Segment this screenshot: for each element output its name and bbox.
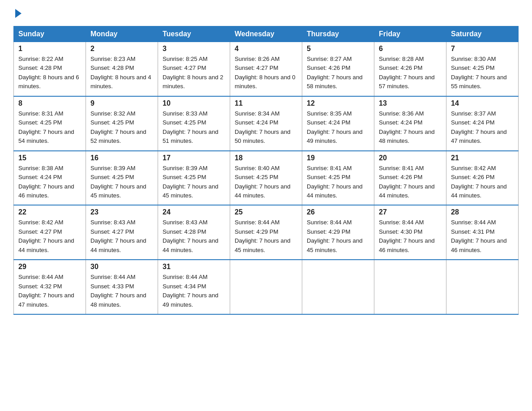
- day-cell: 7 Sunrise: 8:30 AMSunset: 4:25 PMDayligh…: [446, 42, 519, 96]
- day-cell: 26 Sunrise: 8:44 AMSunset: 4:29 PMDaylig…: [302, 205, 374, 260]
- day-cell: 25 Sunrise: 8:44 AMSunset: 4:29 PMDaylig…: [230, 205, 302, 260]
- day-info: Sunrise: 8:44 AMSunset: 4:30 PMDaylight:…: [379, 218, 442, 255]
- day-number: 23: [90, 208, 153, 216]
- day-info: Sunrise: 8:44 AMSunset: 4:33 PMDaylight:…: [90, 273, 153, 309]
- day-number: 16: [90, 154, 153, 162]
- day-cell: 14 Sunrise: 8:37 AMSunset: 4:24 PMDaylig…: [446, 96, 519, 151]
- day-cell: 6 Sunrise: 8:28 AMSunset: 4:26 PMDayligh…: [374, 42, 446, 96]
- day-info: Sunrise: 8:36 AMSunset: 4:24 PMDaylight:…: [379, 109, 442, 146]
- day-number: 11: [235, 99, 297, 107]
- day-number: 24: [163, 208, 225, 216]
- day-cell: 23 Sunrise: 8:43 AMSunset: 4:27 PMDaylig…: [86, 205, 158, 260]
- day-info: Sunrise: 8:43 AMSunset: 4:28 PMDaylight:…: [163, 218, 225, 255]
- header-cell-thursday: Thursday: [302, 26, 374, 42]
- day-cell: [302, 260, 374, 314]
- day-info: Sunrise: 8:43 AMSunset: 4:27 PMDaylight:…: [90, 218, 153, 255]
- day-number: 21: [451, 154, 514, 162]
- day-info: Sunrise: 8:25 AMSunset: 4:27 PMDaylight:…: [163, 55, 225, 91]
- day-number: 13: [379, 99, 442, 107]
- day-cell: 11 Sunrise: 8:34 AMSunset: 4:24 PMDaylig…: [230, 96, 302, 151]
- day-number: 29: [18, 263, 81, 271]
- week-row-3: 15 Sunrise: 8:38 AMSunset: 4:24 PMDaylig…: [14, 151, 519, 206]
- day-number: 18: [235, 154, 297, 162]
- day-info: Sunrise: 8:44 AMSunset: 4:29 PMDaylight:…: [307, 218, 369, 255]
- day-info: Sunrise: 8:27 AMSunset: 4:26 PMDaylight:…: [307, 55, 369, 91]
- day-number: 10: [163, 99, 225, 107]
- header-row: SundayMondayTuesdayWednesdayThursdayFrid…: [14, 26, 519, 42]
- logo-blue-text: [13, 9, 21, 17]
- day-cell: 31 Sunrise: 8:44 AMSunset: 4:34 PMDaylig…: [158, 260, 230, 314]
- day-info: Sunrise: 8:32 AMSunset: 4:25 PMDaylight:…: [90, 109, 153, 146]
- calendar-table: SundayMondayTuesdayWednesdayThursdayFrid…: [13, 26, 519, 315]
- day-info: Sunrise: 8:39 AMSunset: 4:25 PMDaylight:…: [163, 164, 225, 201]
- day-cell: 9 Sunrise: 8:32 AMSunset: 4:25 PMDayligh…: [86, 96, 158, 151]
- day-cell: 5 Sunrise: 8:27 AMSunset: 4:26 PMDayligh…: [302, 42, 374, 96]
- day-number: 27: [379, 208, 442, 216]
- header-cell-friday: Friday: [374, 26, 446, 42]
- day-number: 15: [18, 154, 81, 162]
- day-info: Sunrise: 8:44 AMSunset: 4:32 PMDaylight:…: [18, 273, 81, 309]
- header-cell-wednesday: Wednesday: [230, 26, 302, 42]
- day-number: 14: [451, 99, 514, 107]
- day-info: Sunrise: 8:23 AMSunset: 4:28 PMDaylight:…: [90, 55, 153, 91]
- day-cell: 1 Sunrise: 8:22 AMSunset: 4:28 PMDayligh…: [14, 42, 86, 96]
- day-number: 5: [307, 45, 369, 53]
- day-number: 25: [235, 208, 297, 216]
- header-cell-saturday: Saturday: [446, 26, 519, 42]
- day-info: Sunrise: 8:44 AMSunset: 4:29 PMDaylight:…: [235, 218, 297, 255]
- day-cell: [374, 260, 446, 314]
- day-info: Sunrise: 8:26 AMSunset: 4:27 PMDaylight:…: [235, 55, 297, 91]
- day-cell: 21 Sunrise: 8:42 AMSunset: 4:26 PMDaylig…: [446, 151, 519, 206]
- day-info: Sunrise: 8:41 AMSunset: 4:26 PMDaylight:…: [379, 164, 442, 201]
- day-number: 19: [307, 154, 369, 162]
- day-number: 7: [451, 45, 514, 53]
- day-info: Sunrise: 8:41 AMSunset: 4:25 PMDaylight:…: [307, 164, 369, 201]
- calendar-body: 1 Sunrise: 8:22 AMSunset: 4:28 PMDayligh…: [14, 42, 519, 315]
- day-cell: 20 Sunrise: 8:41 AMSunset: 4:26 PMDaylig…: [374, 151, 446, 206]
- day-info: Sunrise: 8:33 AMSunset: 4:25 PMDaylight:…: [163, 109, 225, 146]
- day-number: 4: [235, 45, 297, 53]
- day-number: 2: [90, 45, 153, 53]
- day-number: 28: [451, 208, 514, 216]
- day-cell: 13 Sunrise: 8:36 AMSunset: 4:24 PMDaylig…: [374, 96, 446, 151]
- header-cell-sunday: Sunday: [14, 26, 86, 42]
- day-cell: 15 Sunrise: 8:38 AMSunset: 4:24 PMDaylig…: [14, 151, 86, 206]
- day-cell: 24 Sunrise: 8:43 AMSunset: 4:28 PMDaylig…: [158, 205, 230, 260]
- page-header: [13, 9, 519, 17]
- day-number: 8: [18, 99, 81, 107]
- day-info: Sunrise: 8:42 AMSunset: 4:26 PMDaylight:…: [451, 164, 514, 201]
- day-cell: 10 Sunrise: 8:33 AMSunset: 4:25 PMDaylig…: [158, 96, 230, 151]
- day-cell: 4 Sunrise: 8:26 AMSunset: 4:27 PMDayligh…: [230, 42, 302, 96]
- day-number: 30: [90, 263, 153, 271]
- day-cell: 28 Sunrise: 8:44 AMSunset: 4:31 PMDaylig…: [446, 205, 519, 260]
- day-cell: 18 Sunrise: 8:40 AMSunset: 4:25 PMDaylig…: [230, 151, 302, 206]
- logo: [13, 9, 21, 17]
- day-number: 1: [18, 45, 81, 53]
- day-info: Sunrise: 8:42 AMSunset: 4:27 PMDaylight:…: [18, 218, 81, 255]
- day-cell: 16 Sunrise: 8:39 AMSunset: 4:25 PMDaylig…: [86, 151, 158, 206]
- day-info: Sunrise: 8:34 AMSunset: 4:24 PMDaylight:…: [235, 109, 297, 146]
- day-cell: 22 Sunrise: 8:42 AMSunset: 4:27 PMDaylig…: [14, 205, 86, 260]
- day-number: 17: [163, 154, 225, 162]
- day-number: 6: [379, 45, 442, 53]
- day-info: Sunrise: 8:28 AMSunset: 4:26 PMDaylight:…: [379, 55, 442, 91]
- day-cell: [446, 260, 519, 314]
- day-cell: 17 Sunrise: 8:39 AMSunset: 4:25 PMDaylig…: [158, 151, 230, 206]
- day-cell: 3 Sunrise: 8:25 AMSunset: 4:27 PMDayligh…: [158, 42, 230, 96]
- day-cell: [230, 260, 302, 314]
- day-number: 9: [90, 99, 153, 107]
- day-info: Sunrise: 8:40 AMSunset: 4:25 PMDaylight:…: [235, 164, 297, 201]
- day-info: Sunrise: 8:44 AMSunset: 4:34 PMDaylight:…: [163, 273, 225, 309]
- day-number: 26: [307, 208, 369, 216]
- day-cell: 29 Sunrise: 8:44 AMSunset: 4:32 PMDaylig…: [14, 260, 86, 314]
- calendar-header: SundayMondayTuesdayWednesdayThursdayFrid…: [14, 26, 519, 42]
- day-info: Sunrise: 8:30 AMSunset: 4:25 PMDaylight:…: [451, 55, 514, 91]
- day-cell: 30 Sunrise: 8:44 AMSunset: 4:33 PMDaylig…: [86, 260, 158, 314]
- week-row-5: 29 Sunrise: 8:44 AMSunset: 4:32 PMDaylig…: [14, 260, 519, 314]
- day-info: Sunrise: 8:31 AMSunset: 4:25 PMDaylight:…: [18, 109, 81, 146]
- day-cell: 27 Sunrise: 8:44 AMSunset: 4:30 PMDaylig…: [374, 205, 446, 260]
- day-cell: 12 Sunrise: 8:35 AMSunset: 4:24 PMDaylig…: [302, 96, 374, 151]
- week-row-1: 1 Sunrise: 8:22 AMSunset: 4:28 PMDayligh…: [14, 42, 519, 96]
- day-info: Sunrise: 8:39 AMSunset: 4:25 PMDaylight:…: [90, 164, 153, 201]
- header-cell-tuesday: Tuesday: [158, 26, 230, 42]
